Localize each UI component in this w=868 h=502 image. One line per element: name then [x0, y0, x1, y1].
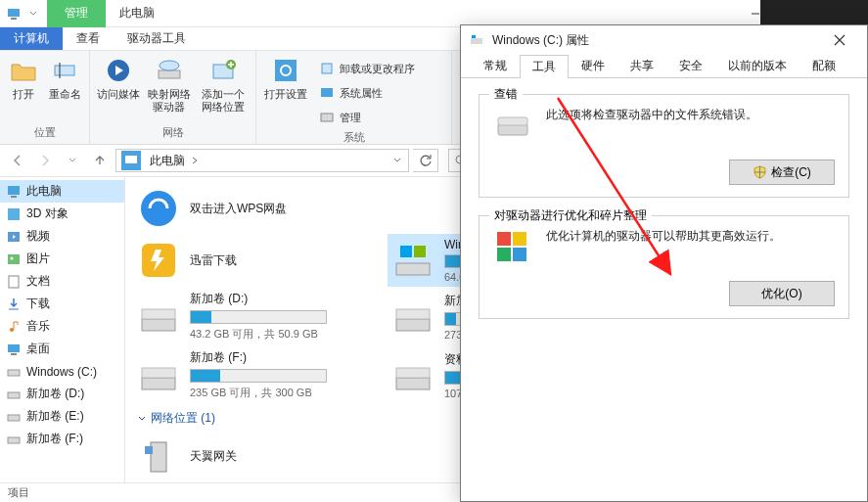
- nav-recent-button[interactable]: [61, 149, 84, 172]
- svg-rect-7: [159, 70, 180, 78]
- svg-rect-56: [513, 248, 526, 261]
- qat-dropdown-icon[interactable]: [25, 6, 41, 22]
- tile-sub: 235 GB 可用，共 300 GB: [190, 386, 327, 400]
- tile-item[interactable]: 资料107: [388, 345, 466, 404]
- tile-item[interactable]: Wind64.0: [388, 234, 466, 287]
- sidebar-item-8[interactable]: Windows (C:): [0, 360, 124, 383]
- svg-rect-30: [8, 370, 20, 376]
- drivebar-icon: [137, 353, 180, 396]
- svg-rect-48: [145, 446, 153, 454]
- sysprops-button[interactable]: 系统属性: [315, 82, 419, 104]
- check-button[interactable]: 检查(C): [729, 160, 835, 185]
- nav-up-button[interactable]: [88, 149, 112, 172]
- defrag-legend: 对驱动器进行优化和碎片整理: [489, 207, 652, 224]
- svg-rect-14: [321, 88, 333, 97]
- sidebar-item-1[interactable]: 3D 对象: [0, 203, 124, 225]
- sidebar-item-label: 3D 对象: [26, 205, 69, 222]
- tile-sub: 43.2 GB 可用，共 50.9 GB: [190, 327, 327, 342]
- tab-drive-tools[interactable]: 驱动器工具: [114, 27, 200, 50]
- svg-rect-38: [414, 246, 426, 257]
- sidebar-item-label: 文档: [26, 273, 50, 290]
- pictures-icon: [6, 251, 22, 267]
- drive-check-icon: [493, 107, 532, 146]
- address-field[interactable]: 此电脑: [115, 149, 409, 172]
- svg-rect-55: [497, 248, 511, 261]
- refresh-button[interactable]: [413, 149, 438, 172]
- optimize-button[interactable]: 优化(O): [729, 281, 835, 306]
- sidebar-item-0[interactable]: 此电脑: [0, 180, 124, 203]
- dialog-tab-1[interactable]: 工具: [520, 55, 569, 78]
- map-drive-icon: [154, 55, 185, 86]
- svg-rect-32: [8, 415, 20, 421]
- group-location-label: 位置: [0, 123, 89, 144]
- add-netloc-button[interactable]: 添加一个网络位置: [198, 55, 250, 114]
- drivebar-icon: [391, 295, 434, 338]
- dialog-tabs: 常规工具硬件共享安全以前的版本配额: [461, 55, 867, 78]
- sidebar-item-label: 音乐: [26, 318, 50, 335]
- breadcrumb[interactable]: 此电脑: [150, 153, 199, 169]
- svg-point-8: [160, 61, 179, 70]
- drive-icon: [469, 32, 484, 48]
- svg-rect-33: [8, 437, 20, 443]
- dialog-tab-4[interactable]: 安全: [666, 54, 715, 77]
- checkdisk-text: 此选项将检查驱动器中的文件系统错误。: [546, 107, 757, 123]
- svg-rect-0: [8, 9, 20, 17]
- map-drive-button[interactable]: 映射网络驱动器: [147, 55, 192, 114]
- pc-icon: [121, 151, 141, 170]
- chevron-right-icon: [191, 157, 199, 164]
- folder-open-icon: [8, 55, 39, 86]
- group-network-label: 网络: [90, 123, 255, 144]
- nav-forward-button[interactable]: [33, 149, 57, 172]
- dialog-tab-0[interactable]: 常规: [471, 54, 520, 77]
- music-icon: [6, 319, 22, 335]
- open-settings-button[interactable]: 打开设置: [262, 55, 309, 101]
- sidebar-item-6[interactable]: 音乐: [0, 315, 124, 338]
- access-media-button[interactable]: 访问媒体: [96, 55, 141, 101]
- svg-rect-47: [151, 442, 166, 472]
- nav-back-button[interactable]: [6, 149, 29, 172]
- svg-rect-1: [11, 18, 17, 20]
- tile-item[interactable]: 新加卷 273: [388, 287, 466, 345]
- sidebar-item-4[interactable]: 文档: [0, 270, 124, 293]
- 3d-icon: [6, 206, 22, 222]
- open-button[interactable]: 打开: [6, 55, 42, 101]
- contextual-tab-header[interactable]: 管理: [47, 0, 106, 27]
- sidebar-item-9[interactable]: 新加卷 (D:): [0, 383, 124, 405]
- manage-button[interactable]: 管理: [315, 107, 419, 128]
- tile-item[interactable]: 新加卷 (F:)235 GB 可用，共 300 GB: [133, 345, 374, 404]
- tab-view[interactable]: 查看: [63, 27, 114, 50]
- dialog-tab-5[interactable]: 以前的版本: [715, 54, 799, 77]
- system-properties-icon: [319, 85, 335, 101]
- sidebar-item-10[interactable]: 新加卷 (E:): [0, 405, 124, 428]
- group-system-label: 系统: [256, 128, 451, 149]
- uninstall-button[interactable]: 卸载或更改程序: [315, 58, 419, 79]
- svg-rect-11: [275, 60, 297, 81]
- dialog-tab-2[interactable]: 硬件: [569, 54, 617, 77]
- tab-computer[interactable]: 计算机: [0, 27, 63, 50]
- window-title: 此电脑: [119, 5, 155, 22]
- tile-item[interactable]: 双击进入WPS网盘: [133, 183, 374, 234]
- svg-rect-25: [9, 276, 19, 288]
- sidebar-item-label: Windows (C:): [26, 365, 97, 379]
- netloc-tile[interactable]: 天翼网关: [133, 431, 374, 481]
- sidebar-item-5[interactable]: 下载: [0, 293, 124, 315]
- svg-point-24: [11, 256, 14, 259]
- tile-item[interactable]: 新加卷 (D:)43.2 GB 可用，共 50.9 GB: [133, 287, 374, 345]
- address-dropdown-icon[interactable]: [387, 156, 408, 165]
- svg-rect-42: [396, 309, 430, 319]
- sidebar-item-11[interactable]: 新加卷 (F:): [0, 428, 124, 450]
- svg-rect-16: [125, 156, 137, 163]
- tile-item[interactable]: 迅雷下载: [133, 234, 374, 287]
- dialog-close-button[interactable]: [820, 26, 859, 54]
- dialog-tab-6[interactable]: 配额: [799, 54, 848, 77]
- rename-button[interactable]: 重命名: [48, 55, 84, 101]
- dialog-tab-3[interactable]: 共享: [617, 54, 666, 77]
- sidebar-item-7[interactable]: 桌面: [0, 338, 124, 360]
- sidebar-item-3[interactable]: 图片: [0, 248, 124, 270]
- sidebar-item-label: 新加卷 (F:): [26, 431, 83, 447]
- drive-icon: [6, 409, 22, 425]
- uninstall-icon: [319, 61, 335, 76]
- svg-rect-28: [8, 344, 20, 352]
- sidebar-item-2[interactable]: 视频: [0, 225, 124, 248]
- checkdisk-legend: 查错: [489, 86, 523, 103]
